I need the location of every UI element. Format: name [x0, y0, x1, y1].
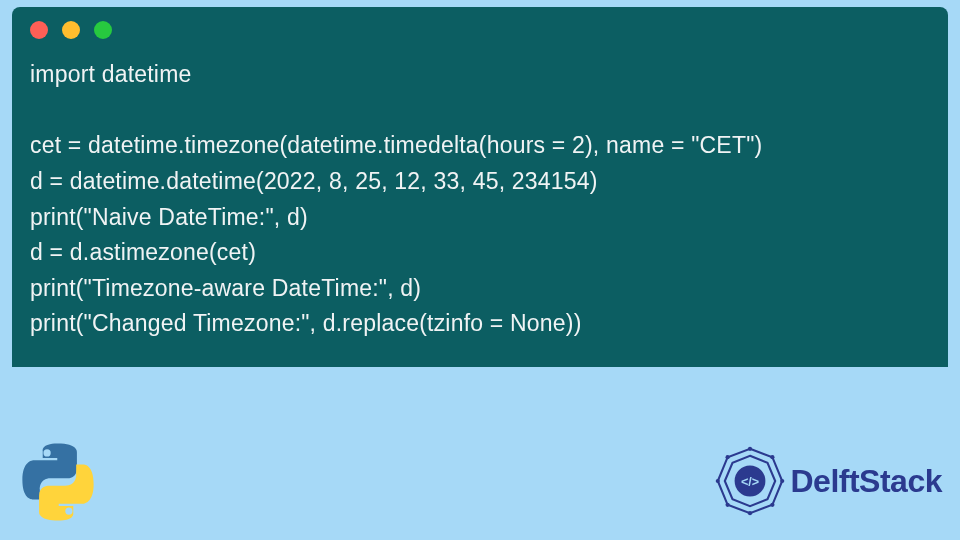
code-window: import datetime cet = datetime.timezone(…: [12, 7, 948, 367]
svg-point-10: [715, 479, 719, 483]
svg-point-6: [780, 479, 784, 483]
window-controls: [30, 21, 930, 39]
close-dot: [30, 21, 48, 39]
minimize-dot: [62, 21, 80, 39]
svg-text:</>: </>: [740, 475, 758, 489]
svg-point-9: [725, 503, 729, 507]
svg-point-11: [725, 455, 729, 459]
svg-point-5: [770, 455, 774, 459]
delftstack-branding: </> DelftStack: [715, 446, 943, 516]
delftstack-badge-icon: </>: [715, 446, 785, 516]
delftstack-label: DelftStack: [791, 463, 943, 500]
code-block: import datetime cet = datetime.timezone(…: [30, 57, 930, 342]
python-icon: [18, 442, 98, 522]
svg-point-7: [770, 503, 774, 507]
maximize-dot: [94, 21, 112, 39]
svg-point-8: [747, 511, 751, 515]
footer: </> DelftStack: [0, 420, 960, 540]
svg-point-4: [747, 447, 751, 451]
